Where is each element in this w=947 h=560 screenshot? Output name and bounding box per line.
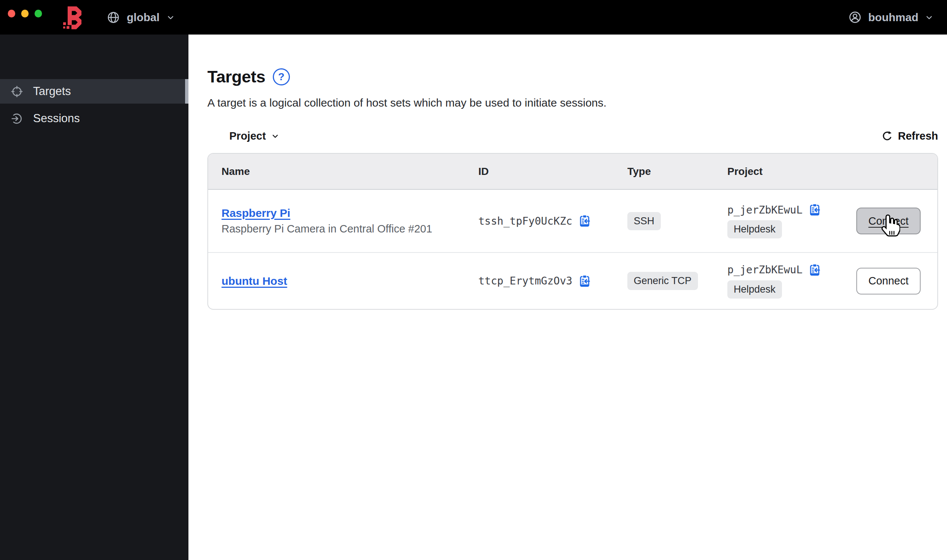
copy-id-button[interactable] <box>578 215 591 227</box>
sidebar-item-label: Targets <box>33 85 71 98</box>
target-id: tssh_tpFy0UcKZc <box>478 215 572 227</box>
window-controls <box>0 10 42 17</box>
targets-table: Name ID Type Project Raspberry Pi Raspbe… <box>207 153 938 310</box>
topbar: global bouhmad <box>0 0 947 35</box>
target-description: Raspberry Pi Camera in Central Office #2… <box>222 223 478 235</box>
target-type-badge: SSH <box>628 212 661 230</box>
help-icon[interactable]: ? <box>273 68 290 85</box>
user-label: bouhmad <box>868 11 918 24</box>
copy-clipboard-icon <box>578 275 591 288</box>
copy-clipboard-icon <box>808 264 821 276</box>
toolbar: Project Refresh <box>207 130 938 142</box>
copy-clipboard-icon <box>578 215 591 227</box>
window-close-button[interactable] <box>8 10 15 17</box>
boundary-logo <box>63 6 82 30</box>
login-icon <box>11 112 23 125</box>
sidebar-item-sessions[interactable]: Sessions <box>0 106 188 131</box>
table-header-row: Name ID Type Project <box>208 154 937 190</box>
copy-project-id-button[interactable] <box>808 264 821 276</box>
chevron-down-icon <box>925 13 934 22</box>
project-name-badge: Helpdesk <box>727 280 782 298</box>
project-filter-dropdown[interactable]: Project <box>229 130 279 142</box>
project-name-badge: Helpdesk <box>727 220 782 238</box>
target-type-badge: Generic TCP <box>628 272 698 290</box>
user-menu-dropdown[interactable]: bouhmad <box>848 11 934 24</box>
user-icon <box>848 11 862 24</box>
main-content: Targets ? A target is a logical collecti… <box>188 35 947 560</box>
column-header-id: ID <box>478 166 628 177</box>
target-name-link[interactable]: ubuntu Host <box>222 275 287 288</box>
column-header-project: Project <box>727 166 856 177</box>
table-row: Raspberry Pi Raspberry Pi Camera in Cent… <box>208 190 937 253</box>
connect-button-label: Connect <box>868 275 908 287</box>
globe-icon <box>106 11 120 24</box>
refresh-button[interactable]: Refresh <box>881 130 938 142</box>
copy-project-id-button[interactable] <box>808 203 821 216</box>
target-name-link[interactable]: Raspberry Pi <box>222 207 290 220</box>
boundary-desktop-window: global bouhmad <box>0 0 947 560</box>
column-header-name: Name <box>222 166 478 177</box>
window-zoom-button[interactable] <box>35 10 42 17</box>
connect-button[interactable]: Connect <box>856 208 921 234</box>
table-row: ubuntu Host ttcp_ErytmGzOv3 <box>208 253 937 309</box>
page-title: Targets <box>207 67 265 86</box>
chevron-down-icon <box>166 13 175 22</box>
project-id: p_jerZbKEwuL <box>727 264 802 276</box>
copy-id-button[interactable] <box>578 275 591 288</box>
project-filter-label: Project <box>229 130 266 142</box>
refresh-label: Refresh <box>898 130 938 142</box>
scope-label: global <box>127 11 159 24</box>
window-minimize-button[interactable] <box>21 10 29 17</box>
page-description: A target is a logical collection of host… <box>207 97 947 109</box>
column-header-type: Type <box>628 166 727 177</box>
sidebar: Targets Sessions <box>0 35 188 560</box>
scope-dropdown[interactable]: global <box>106 11 175 24</box>
chevron-down-icon <box>271 132 279 140</box>
project-id: p_jerZbKEwuL <box>727 204 802 216</box>
sidebar-item-label: Sessions <box>33 112 80 125</box>
target-id: ttcp_ErytmGzOv3 <box>478 275 572 287</box>
refresh-icon <box>881 130 893 142</box>
target-icon <box>11 85 23 98</box>
connect-button-label: Connect <box>868 215 908 227</box>
copy-clipboard-icon <box>808 203 821 216</box>
connect-button[interactable]: Connect <box>856 268 921 294</box>
sidebar-item-targets[interactable]: Targets <box>0 79 188 104</box>
